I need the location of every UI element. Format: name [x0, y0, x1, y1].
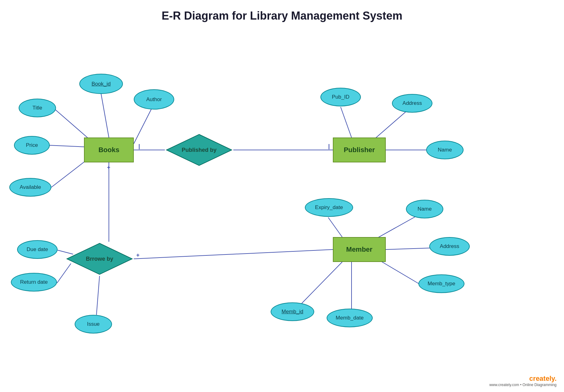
- svg-marker-25: [166, 134, 232, 166]
- attribute-available: Available: [9, 178, 51, 197]
- svg-line-18: [96, 276, 100, 315]
- svg-text:|: |: [138, 143, 140, 149]
- svg-line-9: [341, 107, 352, 138]
- attribute-price: Price: [14, 136, 50, 155]
- svg-text:+: +: [136, 252, 140, 258]
- svg-text:|: |: [328, 143, 330, 149]
- page-title: E-R Diagram for Library Management Syste…: [0, 0, 564, 26]
- attribute-address-publisher: Address: [392, 94, 432, 113]
- entity-books: Books: [84, 138, 134, 162]
- svg-text:+: +: [107, 164, 110, 170]
- attribute-memb-id: Memb_id: [271, 302, 314, 321]
- svg-line-0: [101, 94, 109, 138]
- svg-line-22: [380, 260, 420, 284]
- relationship-brrowe-by: Brrowe by: [65, 242, 134, 276]
- svg-line-14: [134, 250, 333, 259]
- watermark: creately. www.creately.com • Online Diag…: [489, 375, 557, 387]
- attribute-due-date: Due date: [17, 240, 58, 259]
- attribute-return-date: Return date: [11, 273, 57, 292]
- attribute-memb-type: Memb_type: [418, 274, 464, 293]
- entity-member: Member: [333, 237, 386, 262]
- attribute-issue: Issue: [75, 315, 112, 334]
- attribute-name-member: Name: [406, 200, 443, 218]
- svg-line-1: [54, 109, 90, 140]
- attribute-expiry-date: Expiry_date: [305, 198, 353, 217]
- attribute-memb-date: Memb_date: [327, 309, 373, 327]
- svg-marker-26: [67, 243, 132, 274]
- attribute-title: Title: [19, 99, 56, 117]
- watermark-brand: creately.: [489, 375, 557, 383]
- attribute-name-publisher: Name: [426, 141, 464, 159]
- attribute-author: Author: [134, 89, 174, 110]
- watermark-sub: www.creately.com • Online Diagramming: [489, 383, 557, 387]
- svg-line-23: [302, 262, 342, 303]
- svg-line-4: [51, 161, 86, 187]
- entity-publisher: Publisher: [333, 138, 386, 162]
- svg-line-3: [50, 145, 84, 147]
- attribute-pub-id: Pub_ID: [320, 88, 361, 106]
- relationship-published-by: Published by: [165, 133, 233, 167]
- svg-line-19: [328, 217, 342, 237]
- attribute-address-member: Address: [429, 237, 470, 256]
- attribute-book-id: Book_id: [79, 74, 123, 94]
